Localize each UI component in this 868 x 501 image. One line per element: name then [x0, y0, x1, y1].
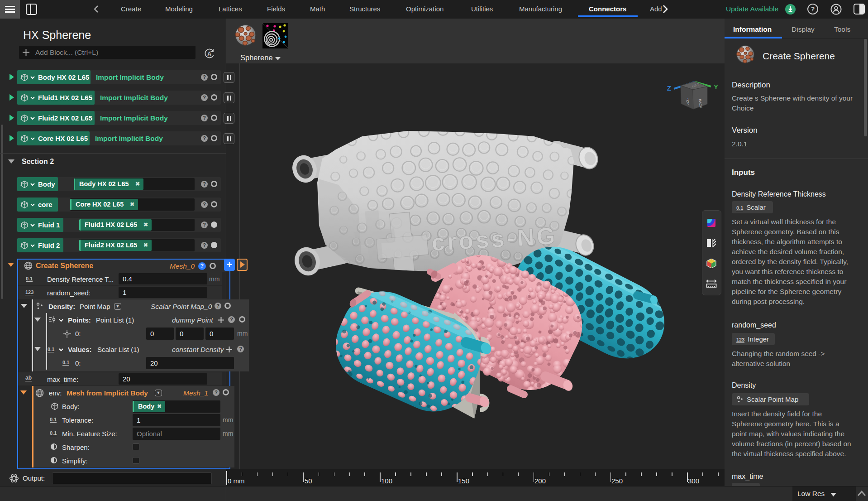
svg-text:Y: Y — [714, 83, 718, 91]
svg-text:A: A — [207, 51, 211, 57]
svg-text:Z: Z — [667, 84, 671, 92]
